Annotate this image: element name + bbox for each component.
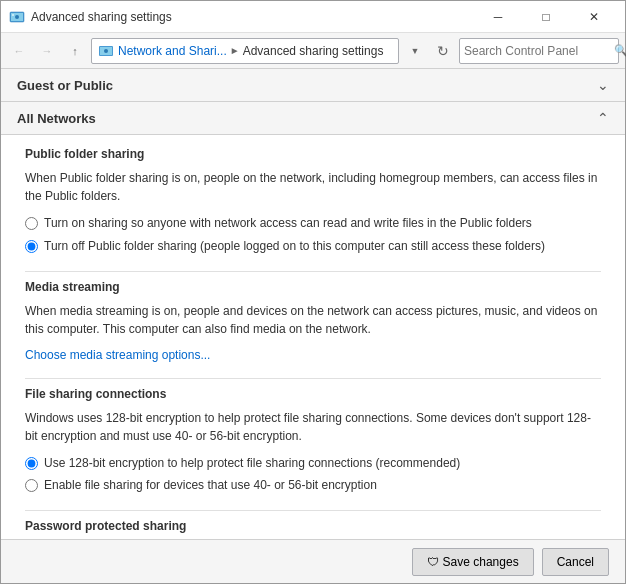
search-button[interactable]: 🔍	[614, 44, 626, 57]
maximize-button[interactable]: □	[523, 2, 569, 32]
radio-label-pfs-off: Turn off Public folder sharing (people l…	[44, 238, 545, 255]
minimize-button[interactable]: ─	[475, 2, 521, 32]
back-button[interactable]: ←	[7, 39, 31, 63]
address-path[interactable]: Network and Shari... ► Advanced sharing …	[91, 38, 399, 64]
file-sharing-description: Windows uses 128-bit encryption to help …	[25, 409, 601, 445]
radio-label-fsc-40: Enable file sharing for devices that use…	[44, 477, 377, 494]
path-separator-1: ►	[230, 45, 240, 56]
cancel-button[interactable]: Cancel	[542, 548, 609, 576]
divider-3	[25, 510, 601, 511]
shield-icon: 🛡	[427, 555, 439, 569]
window-controls: ─ □ ✕	[475, 2, 617, 32]
section-label-guest: Guest or Public	[17, 78, 113, 93]
window-title: Advanced sharing settings	[31, 10, 475, 24]
title-bar: Advanced sharing settings ─ □ ✕	[1, 1, 625, 33]
svg-point-3	[12, 14, 14, 16]
divider-1	[25, 271, 601, 272]
section-label-allnetworks: All Networks	[17, 111, 96, 126]
radio-fsc-40[interactable]	[25, 479, 38, 492]
main-window: Advanced sharing settings ─ □ ✕ ← → ↑ Ne…	[0, 0, 626, 584]
subsection-title-media: Media streaming	[25, 280, 601, 294]
up-button[interactable]: ↑	[63, 39, 87, 63]
window-icon	[9, 9, 25, 25]
radio-option-pfs-off: Turn off Public folder sharing (people l…	[25, 238, 601, 255]
radio-fsc-128[interactable]	[25, 457, 38, 470]
radio-label-fsc-128: Use 128-bit encryption to help protect f…	[44, 455, 460, 472]
subsection-file-sharing: File sharing connections Windows uses 12…	[25, 387, 601, 495]
divider-2	[25, 378, 601, 379]
path-part-2: Advanced sharing settings	[243, 44, 384, 58]
media-streaming-link[interactable]: Choose media streaming options...	[25, 348, 210, 362]
dropdown-button[interactable]: ▼	[403, 38, 427, 64]
radio-option-fsc-128: Use 128-bit encryption to help protect f…	[25, 455, 601, 472]
search-input[interactable]	[464, 44, 614, 58]
svg-point-2	[15, 15, 19, 19]
media-description: When media streaming is on, people and d…	[25, 302, 601, 338]
address-bar: ← → ↑ Network and Shari... ► Advanced sh…	[1, 33, 625, 69]
radio-option-pfs-on: Turn on sharing so anyone with network a…	[25, 215, 601, 232]
main-content: Guest or Public ⌄ All Networks ⌃ Public …	[1, 69, 625, 539]
path-part-1: Network and Shari...	[118, 44, 227, 58]
section-content-allnetworks: Public folder sharing When Public folder…	[1, 135, 625, 539]
subsection-password-sharing: Password protected sharing When password…	[25, 519, 601, 539]
content-area: Guest or Public ⌄ All Networks ⌃ Public …	[1, 69, 625, 539]
svg-point-6	[104, 49, 108, 53]
public-folder-description: When Public folder sharing is on, people…	[25, 169, 601, 205]
save-label: Save changes	[443, 555, 519, 569]
save-changes-button[interactable]: 🛡 Save changes	[412, 548, 534, 576]
chevron-up-icon: ⌃	[597, 110, 609, 126]
refresh-button[interactable]: ↻	[431, 38, 455, 64]
subsection-title-public-folder: Public folder sharing	[25, 147, 601, 161]
radio-option-fsc-40: Enable file sharing for devices that use…	[25, 477, 601, 494]
radio-pfs-off[interactable]	[25, 240, 38, 253]
subsection-title-password: Password protected sharing	[25, 519, 601, 533]
forward-button[interactable]: →	[35, 39, 59, 63]
chevron-down-icon: ⌄	[597, 77, 609, 93]
search-box: 🔍	[459, 38, 619, 64]
radio-label-pfs-on: Turn on sharing so anyone with network a…	[44, 215, 532, 232]
subsection-media-streaming: Media streaming When media streaming is …	[25, 280, 601, 362]
footer: 🛡 Save changes Cancel	[1, 539, 625, 583]
close-button[interactable]: ✕	[571, 2, 617, 32]
radio-pfs-on[interactable]	[25, 217, 38, 230]
subsection-public-folder: Public folder sharing When Public folder…	[25, 147, 601, 255]
section-header-guest[interactable]: Guest or Public ⌄	[1, 69, 625, 102]
subsection-title-file-sharing: File sharing connections	[25, 387, 601, 401]
section-header-allnetworks[interactable]: All Networks ⌃	[1, 102, 625, 135]
